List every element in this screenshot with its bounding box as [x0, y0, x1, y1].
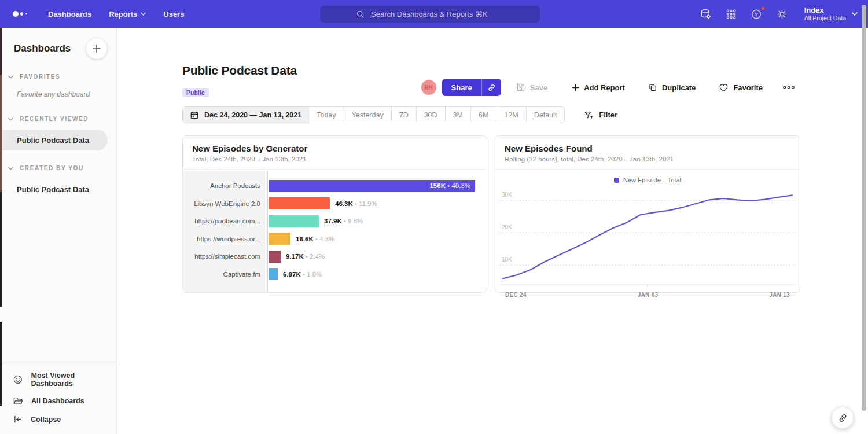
add-report-button[interactable]: Add Report	[568, 83, 628, 93]
date-preset-7d[interactable]: 7D	[391, 107, 416, 123]
date-preset-default[interactable]: Default	[526, 107, 565, 123]
screen-edge-artifact	[0, 192, 2, 307]
collapse-icon	[13, 414, 23, 424]
search-input[interactable]	[370, 9, 504, 19]
app-logo-icon[interactable]	[12, 10, 31, 18]
settings-gear-icon[interactable]	[775, 7, 789, 21]
plus-icon	[93, 45, 101, 53]
bar-value-label: 6.87K • 1.8%	[283, 271, 322, 278]
bar[interactable]	[269, 215, 319, 227]
sidebar-section: RECENTLY VIEWEDPublic Podcast Data	[0, 116, 116, 150]
screen-edge-artifact	[0, 322, 2, 406]
sidebar-item[interactable]: Public Podcast Data	[0, 179, 116, 200]
footer-label: Collapse	[31, 415, 61, 424]
sidebar-placeholder-text: Favorite any dashboard	[0, 87, 116, 101]
bar-value: 16.6K	[296, 236, 314, 242]
more-options-button[interactable]	[779, 84, 799, 90]
bar[interactable]: 156K • 40.3%	[269, 180, 475, 192]
bar-percent: 2.4%	[310, 253, 325, 260]
link-icon	[838, 413, 848, 423]
filter-label: Filter	[599, 111, 617, 119]
project-switcher[interactable]: Index All Project Data	[804, 6, 858, 22]
link-icon	[487, 83, 496, 92]
card-header: New Episodes by Generator Total, Dec 24t…	[183, 136, 487, 170]
separator-dot: •	[304, 253, 310, 260]
footer-most-viewed-dashboards[interactable]: Most Viewed Dashboards	[0, 367, 116, 392]
bar[interactable]	[269, 251, 281, 263]
card-new-episodes-by-generator: New Episodes by Generator Total, Dec 24t…	[182, 135, 487, 293]
x-tick-label: DEC 24	[505, 292, 527, 298]
separator-dot: •	[353, 200, 359, 207]
duplicate-button[interactable]: Duplicate	[645, 82, 700, 93]
bar[interactable]	[269, 268, 278, 280]
section-header[interactable]: CREATED BY YOU	[0, 165, 116, 171]
share-link-fab[interactable]	[832, 407, 854, 429]
save-button[interactable]: Save	[513, 82, 551, 93]
share-button[interactable]: Share	[442, 79, 481, 96]
bar-value: 9.17K	[286, 253, 304, 260]
date-controls: Dec 24, 2020 — Jan 13, 2021 TodayYesterd…	[182, 106, 621, 123]
more-dots-icon	[782, 85, 795, 90]
bar-track: 46.3K • 11.9%	[269, 197, 487, 209]
x-axis-labels: DEC 24JAN 03JAN 13	[499, 290, 796, 298]
project-scope: All Project Data	[804, 14, 846, 22]
avatar[interactable]: RH	[421, 80, 436, 95]
date-preset-3m[interactable]: 3M	[445, 107, 470, 123]
sidebar-item[interactable]: Public Podcast Data	[0, 130, 108, 150]
sidebar-title: Dashboards	[14, 43, 71, 54]
project-name: Index	[804, 6, 846, 14]
footer-label: All Dashboards	[31, 397, 84, 405]
date-preset-yesterday[interactable]: Yesterday	[344, 107, 391, 123]
help-icon[interactable]: ?	[750, 7, 764, 21]
bar-track: 9.17K • 2.4%	[269, 251, 487, 263]
bar[interactable]	[269, 233, 290, 245]
bar-track: 37.9K • 9.8%	[269, 215, 487, 227]
chevron-down-icon	[8, 117, 13, 121]
line-series	[503, 195, 792, 278]
section-label: FAVORITES	[20, 73, 60, 80]
duplicate-label: Duplicate	[662, 83, 696, 92]
date-preset-30d[interactable]: 30D	[416, 107, 445, 123]
apps-grid-icon[interactable]	[724, 7, 738, 21]
separator-dot: •	[342, 218, 348, 225]
bar-value-label: 37.9K • 9.8%	[324, 218, 363, 225]
data-library-icon[interactable]	[699, 7, 713, 21]
share-link-button[interactable]	[481, 79, 501, 96]
date-preset-today[interactable]: Today	[308, 107, 343, 123]
bar-track: 156K • 40.3%	[269, 180, 487, 192]
global-search[interactable]	[320, 6, 540, 23]
footer-collapse[interactable]: Collapse	[0, 410, 116, 428]
bar-value-label: 156K • 40.3%	[429, 182, 470, 189]
bar-category-label: Anchor Podcasts	[183, 182, 268, 189]
date-range-group: Dec 24, 2020 — Jan 13, 2021 TodayYesterd…	[182, 106, 565, 123]
nav-item-reports[interactable]: Reports	[100, 0, 155, 28]
screen-edge-artifact	[0, 28, 2, 75]
chevron-down-icon	[141, 12, 146, 16]
nav-item-users[interactable]: Users	[155, 0, 193, 28]
bar-row: https://podbean.com...37.9K • 9.8%	[183, 212, 487, 230]
bar-value-label: 16.6K • 4.3%	[296, 236, 334, 242]
favorite-button[interactable]: Favorite	[715, 83, 766, 93]
date-presets: TodayYesterday7D30D3M6M12MDefault	[308, 107, 564, 123]
save-label: Save	[530, 83, 547, 92]
bar-percent: 9.8%	[348, 218, 363, 225]
filter-button[interactable]: Filter	[580, 110, 621, 120]
date-range-label: Dec 24, 2020 — Jan 13, 2021	[204, 111, 301, 119]
date-preset-6m[interactable]: 6M	[470, 107, 496, 123]
top-nav-bar: DashboardsReportsUsers ? Index All Proje…	[0, 0, 868, 28]
section-header[interactable]: FAVORITES	[0, 73, 116, 80]
footer-all-dashboards[interactable]: All Dashboards	[0, 392, 116, 410]
nav-item-label: Dashboards	[48, 10, 91, 19]
separator-dot: •	[314, 236, 319, 242]
bar[interactable]	[269, 197, 330, 209]
public-badge: Public	[182, 88, 209, 97]
section-header[interactable]: RECENTLY VIEWED	[0, 116, 116, 122]
separator-dot: •	[301, 271, 307, 278]
date-range-picker[interactable]: Dec 24, 2020 — Jan 13, 2021	[183, 107, 308, 123]
sidebar-footer: Most Viewed DashboardsAll DashboardsColl…	[0, 362, 116, 434]
scrollbar-thumb[interactable]	[862, 5, 866, 411]
nav-item-dashboards[interactable]: Dashboards	[39, 0, 100, 28]
add-dashboard-button[interactable]	[86, 38, 107, 59]
primary-nav: DashboardsReportsUsers	[39, 0, 193, 28]
date-preset-12m[interactable]: 12M	[496, 107, 525, 123]
